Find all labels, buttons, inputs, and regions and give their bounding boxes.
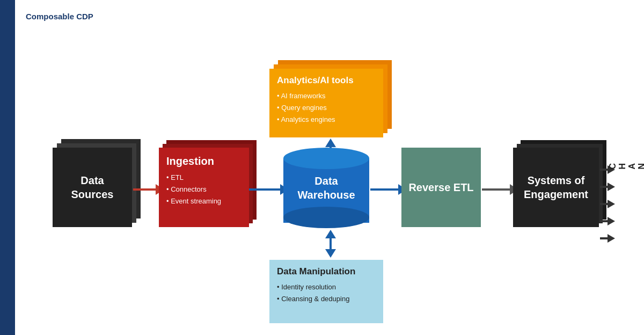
arrow-manipulation-warehouse <box>325 230 336 258</box>
data-sources-label: DataSources <box>71 173 114 201</box>
reverse-etl-box: Reverse ETL <box>401 148 481 227</box>
arrow-body-4 <box>482 188 510 191</box>
ingestion-item-3: Event streaming <box>166 195 241 207</box>
ingestion-stack: Ingestion ETL Connectors Event streaming <box>159 148 249 227</box>
channel-arrows <box>600 165 615 243</box>
arrow-body-2 <box>249 188 280 191</box>
analytics-item-1: AI frameworks <box>277 90 376 102</box>
left-accent-bar <box>0 0 15 335</box>
warehouse-label: DataWarehouse <box>283 148 369 228</box>
ingestion-title: Ingestion <box>166 155 241 168</box>
manipulation-list: Identity resolution Cleansing & deduping <box>277 281 376 305</box>
analytics-list: AI frameworks Query engines Analytics en… <box>277 90 376 126</box>
arrow-body-3 <box>370 188 398 191</box>
reverse-etl-label: Reverse ETL <box>408 180 473 194</box>
channel-arrow-5 <box>600 234 615 243</box>
soe-group: Systems ofEngagement <box>513 148 599 227</box>
soe-label: Systems ofEngagement <box>524 173 588 201</box>
arrow-ing-warehouse <box>249 184 289 195</box>
page-title: Composable CDP <box>26 12 93 21</box>
soe-card-front: Systems ofEngagement <box>513 148 599 227</box>
channel-arrow-4 <box>600 217 615 225</box>
soe-stack: Systems ofEngagement <box>513 148 599 227</box>
data-sources-group: DataSources <box>53 148 132 227</box>
ingestion-list: ETL Connectors Event streaming <box>166 172 241 207</box>
ing-card-front: Ingestion ETL Connectors Event streaming <box>159 148 249 227</box>
warehouse-cylinder: DataWarehouse <box>283 148 369 228</box>
arrow-v-body-bottom <box>330 238 332 249</box>
analytics-group: Analytics/AI tools AI frameworks Query e… <box>269 69 383 137</box>
warehouse-group: DataWarehouse <box>283 148 369 228</box>
analytics-item-2: Query engines <box>277 102 376 114</box>
arrow-up-head <box>325 139 336 147</box>
data-sources-stack: DataSources <box>53 148 132 227</box>
manipulation-group: Data Manipulation Identity resolution Cl… <box>269 260 383 323</box>
analytics-item-3: Analytics engines <box>277 114 376 126</box>
manipulation-box: Data Manipulation Identity resolution Cl… <box>269 260 383 323</box>
arrow-down-head-2 <box>325 249 336 258</box>
analytics-card-front: Analytics/AI tools AI frameworks Query e… <box>269 69 383 137</box>
analytics-title: Analytics/AI tools <box>277 75 376 86</box>
ingestion-group: Ingestion ETL Connectors Event streaming <box>159 148 249 227</box>
reverse-etl-group: Reverse ETL <box>401 148 481 227</box>
arrow-body <box>133 188 156 191</box>
ingestion-item-1: ETL <box>166 172 241 184</box>
manipulation-title: Data Manipulation <box>277 266 376 277</box>
diagram: Analytics/AI tools AI frameworks Query e… <box>26 32 632 322</box>
channel-arrow-2 <box>600 183 615 191</box>
analytics-stack: Analytics/AI tools AI frameworks Query e… <box>269 69 383 137</box>
manipulation-item-1: Identity resolution <box>277 281 376 293</box>
manipulation-item-2: Cleansing & deduping <box>277 293 376 305</box>
channels-label: CHANNELS <box>608 161 644 170</box>
arrow-up-head-2 <box>325 230 336 238</box>
channels-group: CHANNELS <box>608 161 644 170</box>
ingestion-item-2: Connectors <box>166 184 241 195</box>
ds-card-front: DataSources <box>53 148 132 227</box>
channel-arrow-3 <box>600 200 615 208</box>
